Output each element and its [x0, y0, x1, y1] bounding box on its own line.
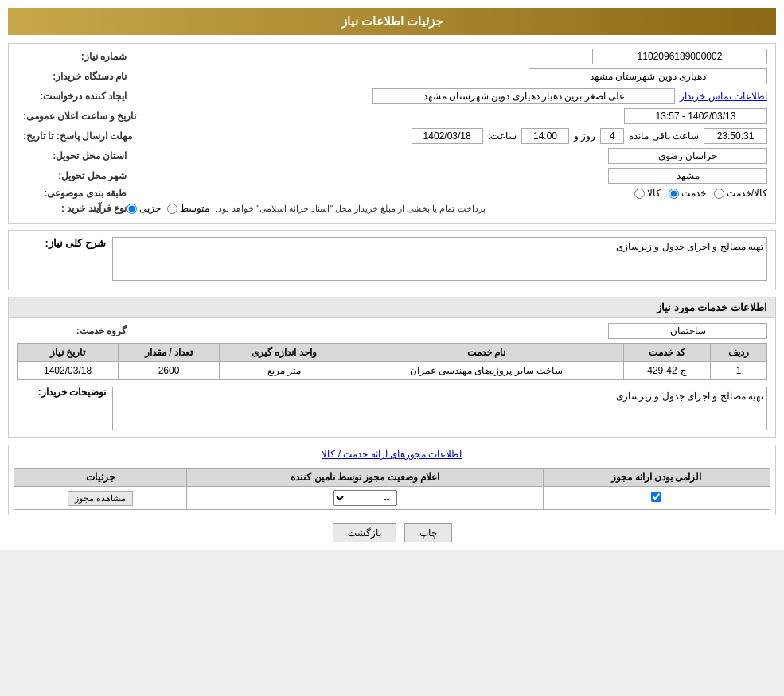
response-deadline-time-label: ساعت:	[488, 130, 517, 142]
service-group-label: گروه خدمت:	[23, 325, 127, 336]
service-group-row: ساختمان گروه خدمت:	[17, 323, 767, 339]
category-options: کالا/خدمت خدمت کالا	[634, 188, 767, 199]
response-deadline-date-value: 1402/03/18	[412, 128, 483, 144]
remaining-label: ساعت باقی مانده	[629, 130, 699, 142]
service-group-value-group: ساختمان	[608, 323, 767, 339]
city-row: مشهد شهر محل تحویل:	[17, 168, 767, 184]
services-table-body: 1ج-42-429ساخت سایر پروژه‌های مهندسی عمرا…	[18, 362, 767, 380]
purchase-type-label-group: نوع فرآیند خرید :	[17, 203, 127, 214]
back-button[interactable]: بازگشت	[333, 523, 396, 542]
purchase-type-row: پرداخت تمام یا بخشی از مبلغ خریدار محل "…	[17, 203, 767, 214]
province-label: استان محل تحویل:	[23, 150, 127, 161]
province-label-group: استان محل تحویل:	[17, 150, 127, 161]
announce-datetime-row: 1402/03/13 - 13:57 تاریخ و ساعت اعلان عم…	[17, 108, 767, 124]
licenses-table-row: -- مشاهده مجوز	[14, 487, 770, 510]
col-row-header: ردیف	[711, 344, 767, 362]
button-bar: چاپ بازگشت	[8, 523, 776, 542]
description-content	[112, 237, 767, 283]
buyer-description-container: توضیحات خریدار:	[17, 387, 767, 433]
category-row: کالا/خدمت خدمت کالا طبقه بندی موضوعی:	[17, 188, 767, 199]
category-kala-radio[interactable]	[634, 189, 645, 199]
category-kala-khadamat-label: کالا/خدمت	[727, 188, 767, 199]
buyer-description-textarea-wrap	[112, 387, 767, 433]
buyer-description-textarea[interactable]	[112, 387, 767, 430]
service-group-value: ساختمان	[608, 323, 767, 339]
licenses-col-status: اعلام وضعیت مجوز توسط نامین کننده	[187, 469, 543, 487]
need-number-label: شماره نیاز:	[23, 51, 127, 62]
city-value-group: مشهد	[608, 168, 767, 184]
need-number-label-group: شماره نیاز:	[17, 51, 127, 62]
services-section: اطلاعات خدمات مورد نیاز ساختمان گروه خدم…	[8, 297, 776, 438]
buyer-org-value-group: دهیاری دوین شهرستان مشهد	[529, 68, 767, 84]
buyer-org-label-group: نام دستگاه خریدار:	[17, 71, 127, 82]
licenses-link-container: اطلاعات مجوزهای ارائه خدمت / کالا	[9, 445, 775, 463]
buyer-org-label: نام دستگاه خریدار:	[23, 71, 127, 82]
services-section-title: اطلاعات خدمات مورد نیاز	[9, 297, 775, 318]
col-unit-header: واحد اندازه گیری	[220, 344, 349, 362]
licenses-section: اطلاعات مجوزهای ارائه خدمت / کالا الزامی…	[8, 445, 776, 515]
buyer-description-label-wrap: توضیحات خریدار:	[17, 387, 112, 398]
purchase-mootasat-label: متوسط	[180, 203, 209, 214]
purchase-mootasat-item: متوسط	[167, 203, 209, 214]
requester-row: اطلاعات تماس خریدار علی اصغر برین دهیار …	[17, 88, 767, 104]
description-inner: شرح کلی نیاز:	[9, 231, 775, 290]
province-row: خراسان رضوی استان محل تحویل:	[17, 148, 767, 164]
city-value: مشهد	[608, 168, 767, 184]
col-code-header: کد خدمت	[623, 344, 710, 362]
remaining-days-value: 4	[600, 128, 624, 144]
province-value: خراسان رضوی	[608, 148, 767, 164]
licenses-status-select[interactable]: --	[333, 490, 397, 506]
buyer-description-label: توضیحات خریدار:	[38, 387, 106, 398]
licenses-inner: الزامی بودن ارائه مجوز اعلام وضعیت مجوز …	[9, 463, 775, 515]
description-label: شرح کلی نیاز:	[45, 237, 106, 249]
category-kala-khadamat-radio[interactable]	[714, 189, 724, 199]
response-deadline-time-value: 14:00	[521, 128, 569, 144]
announce-datetime-label-group: تاریخ و ساعت اعلان عمومی:	[17, 111, 136, 122]
requester-value: علی اصغر برین دهیار دهیاری دوین شهرستان …	[372, 88, 675, 104]
purchase-type-note: پرداخت تمام یا بخشی از مبلغ خریدار محل "…	[216, 204, 486, 214]
description-section: شرح کلی نیاز:	[8, 230, 776, 290]
view-license-button[interactable]: مشاهده مجوز	[68, 491, 133, 506]
announce-datetime-label: تاریخ و ساعت اعلان عمومی:	[23, 111, 136, 122]
services-inner: ساختمان گروه خدمت: ردیف کد خدمت نام خدمت…	[9, 318, 775, 437]
licenses-col-required: الزامی بودن ارائه مجوز	[543, 469, 770, 487]
category-kala-khadamat-item: کالا/خدمت	[714, 188, 767, 199]
licenses-link[interactable]: اطلاعات مجوزهای ارائه خدمت / کالا	[318, 445, 465, 463]
description-label-container: شرح کلی نیاز:	[17, 237, 112, 249]
need-number-row: 1102096189000002 شماره نیاز:	[17, 49, 767, 64]
licenses-col-details: جزئیات	[14, 469, 187, 487]
licenses-details-cell: مشاهده مجوز	[14, 487, 187, 510]
remaining-time-value: 23:50:31	[704, 128, 767, 144]
service-group-label-group: گروه خدمت:	[17, 325, 127, 336]
purchase-type-options: پرداخت تمام یا بخشی از مبلغ خریدار محل "…	[127, 203, 767, 214]
col-date-header: تاریخ نیاز	[18, 344, 119, 362]
purchase-jozii-item: جزیی	[127, 203, 161, 214]
category-khadamat-label: خدمت	[681, 188, 706, 199]
services-table: ردیف کد خدمت نام خدمت واحد اندازه گیری ت…	[17, 343, 767, 380]
purchase-jozii-radio[interactable]	[127, 204, 137, 214]
licenses-header-row: الزامی بودن ارائه مجوز اعلام وضعیت مجوز …	[14, 469, 770, 487]
category-khadamat-item: خدمت	[669, 188, 706, 199]
requester-label-group: ایجاد کننده درخواست:	[17, 91, 127, 102]
contact-link[interactable]: اطلاعات تماس خریدار	[680, 91, 767, 102]
announce-datetime-value-group: 1402/03/13 - 13:57	[624, 108, 767, 124]
category-khadamat-radio[interactable]	[669, 189, 679, 199]
response-deadline-row: 23:50:31 ساعت باقی مانده 4 روز و 14:00 س…	[17, 128, 767, 144]
province-value-group: خراسان رضوی	[608, 148, 767, 164]
description-textarea[interactable]	[112, 237, 767, 281]
purchase-mootasat-radio[interactable]	[167, 204, 177, 214]
response-deadline-right: 23:50:31 ساعت باقی مانده 4 روز و 14:00 س…	[412, 128, 767, 144]
buyer-org-row: دهیاری دوین شهرستان مشهد نام دستگاه خرید…	[17, 68, 767, 84]
remaining-days-label: روز و	[574, 130, 595, 142]
licenses-table: الزامی بودن ارائه مجوز اعلام وضعیت مجوز …	[14, 468, 770, 510]
response-deadline-label: مهلت ارسال پاسخ: تا تاریخ:	[23, 130, 132, 142]
licenses-required-checkbox[interactable]	[651, 492, 661, 502]
requester-value-group: اطلاعات تماس خریدار علی اصغر برین دهیار …	[372, 88, 767, 104]
need-number-group: 1102096189000002	[592, 49, 767, 64]
response-deadline-label-group: مهلت ارسال پاسخ: تا تاریخ:	[17, 130, 132, 142]
print-button[interactable]: چاپ	[404, 523, 452, 542]
purchase-type-label: نوع فرآیند خرید :	[23, 203, 127, 214]
need-number-value: 1102096189000002	[592, 49, 767, 64]
category-label-group: طبقه بندی موضوعی:	[17, 188, 127, 199]
col-name-header: نام خدمت	[349, 344, 623, 362]
